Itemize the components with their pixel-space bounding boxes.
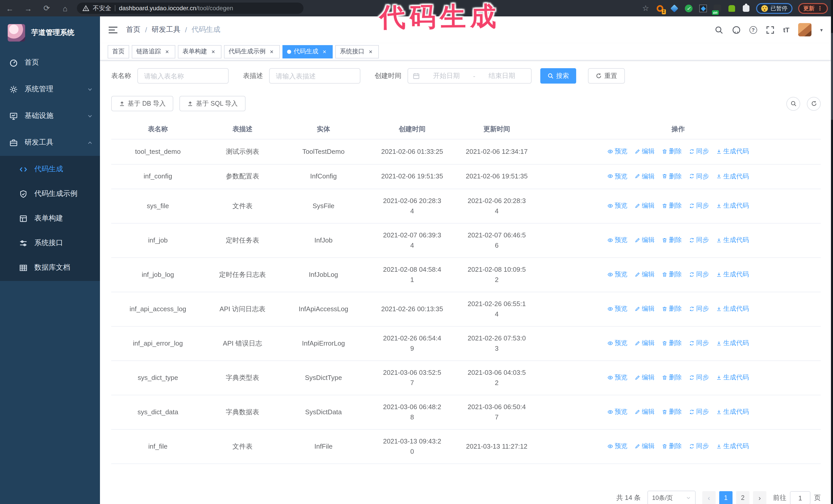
browser-menu-icon[interactable]: ⋮ bbox=[817, 5, 823, 11]
hamburger-icon[interactable] bbox=[108, 26, 118, 33]
action-预览[interactable]: 预览 bbox=[608, 269, 627, 280]
page-button-1[interactable]: 1 bbox=[719, 491, 733, 504]
action-删除[interactable]: 删除 bbox=[662, 373, 682, 383]
forward-icon[interactable]: → bbox=[24, 4, 33, 13]
sidebar-subitem-系统接口[interactable]: 系统接口 bbox=[0, 231, 100, 255]
import-db-button[interactable]: 基于 DB 导入 bbox=[111, 96, 173, 111]
page-size-select[interactable]: 10条/页 bbox=[647, 491, 696, 504]
action-删除[interactable]: 删除 bbox=[662, 304, 682, 314]
puzzle-extension-icon[interactable] bbox=[742, 4, 751, 13]
action-预览[interactable]: 预览 bbox=[608, 235, 627, 245]
sidebar-item-研发工具[interactable]: 研发工具 bbox=[0, 129, 100, 156]
close-icon[interactable]: × bbox=[268, 48, 275, 55]
action-预览[interactable]: 预览 bbox=[608, 171, 627, 181]
action-生成代码[interactable]: 生成代码 bbox=[716, 304, 749, 314]
action-生成代码[interactable]: 生成代码 bbox=[716, 171, 749, 181]
help-icon[interactable]: ? bbox=[749, 26, 757, 33]
next-page-button[interactable]: › bbox=[753, 491, 766, 504]
sidebar-subitem-表单构建[interactable]: 表单构建 bbox=[0, 206, 100, 231]
action-生成代码[interactable]: 生成代码 bbox=[716, 407, 749, 417]
end-date-placeholder[interactable]: 结束日期 bbox=[477, 71, 526, 80]
action-删除[interactable]: 删除 bbox=[662, 146, 682, 157]
sidebar-item-首页[interactable]: 首页 bbox=[0, 49, 100, 76]
github-icon[interactable] bbox=[732, 25, 740, 34]
goto-page-input[interactable] bbox=[790, 491, 810, 504]
action-删除[interactable]: 删除 bbox=[662, 407, 682, 417]
tab-链路追踪[interactable]: 链路追踪× bbox=[132, 45, 175, 58]
page-button-2[interactable]: 2 bbox=[736, 491, 749, 504]
action-同步[interactable]: 同步 bbox=[689, 171, 709, 181]
chevron-down-icon[interactable]: ▾ bbox=[820, 27, 823, 32]
action-预览[interactable]: 预览 bbox=[608, 373, 627, 383]
reset-button[interactable]: 重置 bbox=[588, 68, 625, 83]
action-编辑[interactable]: 编辑 bbox=[635, 373, 654, 383]
action-生成代码[interactable]: 生成代码 bbox=[716, 146, 749, 157]
action-预览[interactable]: 预览 bbox=[608, 201, 627, 211]
action-编辑[interactable]: 编辑 bbox=[635, 441, 654, 452]
table-name-input[interactable] bbox=[137, 68, 229, 83]
scrollbar-thumb[interactable] bbox=[831, 33, 833, 120]
action-编辑[interactable]: 编辑 bbox=[635, 338, 654, 349]
search-button[interactable]: 搜索 bbox=[540, 68, 576, 83]
sidebar-item-系统管理[interactable]: 系统管理 bbox=[0, 76, 100, 102]
scrollbar[interactable] bbox=[831, 0, 833, 504]
action-删除[interactable]: 删除 bbox=[662, 201, 682, 211]
avatar[interactable] bbox=[798, 23, 811, 37]
sidebar-item-基础设施[interactable]: 基础设施 bbox=[0, 102, 100, 129]
action-同步[interactable]: 同步 bbox=[689, 338, 709, 349]
close-icon[interactable]: × bbox=[210, 48, 217, 55]
action-生成代码[interactable]: 生成代码 bbox=[716, 338, 749, 349]
breadcrumb-item[interactable]: 研发工具 bbox=[152, 25, 181, 34]
action-生成代码[interactable]: 生成代码 bbox=[716, 201, 749, 211]
action-编辑[interactable]: 编辑 bbox=[635, 201, 654, 211]
tab-代码生成示例[interactable]: 代码生成示例× bbox=[224, 45, 280, 58]
start-date-placeholder[interactable]: 开始日期 bbox=[422, 71, 471, 80]
action-同步[interactable]: 同步 bbox=[689, 441, 709, 452]
action-编辑[interactable]: 编辑 bbox=[635, 146, 654, 157]
action-生成代码[interactable]: 生成代码 bbox=[716, 235, 749, 245]
sidebar-logo-row[interactable]: 芋道管理系统 bbox=[0, 17, 100, 49]
tab-表单构建[interactable]: 表单构建× bbox=[178, 45, 221, 58]
action-删除[interactable]: 删除 bbox=[662, 338, 682, 349]
action-编辑[interactable]: 编辑 bbox=[635, 407, 654, 417]
action-生成代码[interactable]: 生成代码 bbox=[716, 441, 749, 452]
close-icon[interactable]: × bbox=[164, 48, 171, 55]
fullscreen-icon[interactable] bbox=[766, 25, 774, 34]
dark-on-extension-icon[interactable]: on bbox=[713, 4, 722, 13]
search-icon[interactable] bbox=[714, 25, 723, 34]
bookmark-star-icon[interactable]: ☆ bbox=[641, 4, 650, 13]
action-同步[interactable]: 同步 bbox=[689, 407, 709, 417]
action-删除[interactable]: 删除 bbox=[662, 269, 682, 280]
import-sql-button[interactable]: 基于 SQL 导入 bbox=[180, 96, 245, 111]
action-编辑[interactable]: 编辑 bbox=[635, 235, 654, 245]
prev-page-button[interactable]: ‹ bbox=[702, 491, 716, 504]
green-bot-extension-icon[interactable] bbox=[728, 4, 736, 13]
refresh-button[interactable] bbox=[807, 97, 821, 111]
action-预览[interactable]: 预览 bbox=[608, 338, 627, 349]
green-check-extension-icon[interactable]: ✓ bbox=[684, 4, 693, 13]
action-生成代码[interactable]: 生成代码 bbox=[716, 373, 749, 383]
back-icon[interactable]: ← bbox=[5, 4, 14, 13]
action-删除[interactable]: 删除 bbox=[662, 171, 682, 181]
action-预览[interactable]: 预览 bbox=[608, 407, 627, 417]
sidebar-subitem-代码生成[interactable]: 代码生成 bbox=[0, 157, 100, 182]
date-range-picker[interactable]: 开始日期 - 结束日期 bbox=[407, 68, 531, 83]
action-生成代码[interactable]: 生成代码 bbox=[716, 269, 749, 280]
action-同步[interactable]: 同步 bbox=[689, 201, 709, 211]
sidebar-subitem-数据库文档[interactable]: 数据库文档 bbox=[0, 255, 100, 280]
home-icon[interactable]: ⌂ bbox=[61, 4, 70, 13]
action-预览[interactable]: 预览 bbox=[608, 146, 627, 157]
action-同步[interactable]: 同步 bbox=[689, 304, 709, 314]
action-删除[interactable]: 删除 bbox=[662, 235, 682, 245]
action-预览[interactable]: 预览 bbox=[608, 304, 627, 314]
tab-首页[interactable]: 首页 bbox=[108, 45, 129, 58]
action-预览[interactable]: 预览 bbox=[608, 441, 627, 452]
action-同步[interactable]: 同步 bbox=[689, 269, 709, 280]
blue-gem-extension-icon[interactable] bbox=[670, 4, 679, 13]
action-编辑[interactable]: 编辑 bbox=[635, 269, 654, 280]
reload-icon[interactable]: ⟳ bbox=[42, 4, 51, 13]
action-编辑[interactable]: 编辑 bbox=[635, 304, 654, 314]
paused-badge[interactable]: 已暂停 bbox=[756, 3, 792, 14]
close-icon[interactable]: × bbox=[321, 48, 328, 55]
page-url[interactable]: dashboard.yudao.iocoder.cn/tool/codegen bbox=[119, 5, 233, 12]
